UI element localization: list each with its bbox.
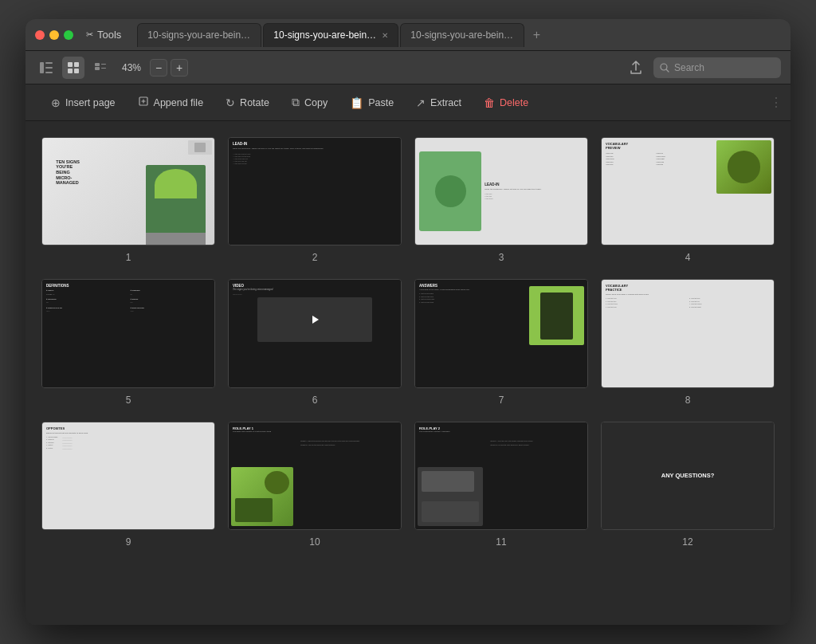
svg-rect-7	[74, 69, 79, 73]
page-thumb-5[interactable]: DEFINITIONS ● micro- manage (v.) ● autho…	[41, 279, 215, 387]
zoom-in-button[interactable]: +	[171, 59, 188, 77]
page-item-9[interactable]: OPPOSITES Below list words that are oppo…	[41, 422, 215, 548]
minimize-button[interactable]	[49, 30, 59, 40]
tab-3[interactable]: 10-signs-you-are-being-microm...	[400, 23, 524, 47]
page-num-11: 11	[496, 536, 506, 548]
extract-icon: ↗	[416, 96, 426, 109]
svg-point-12	[661, 64, 667, 70]
page-thumb-11[interactable]: ROLE-PLAY 2 The Controlling "Helpful" Co…	[414, 422, 588, 530]
page-item-5[interactable]: DEFINITIONS ● micro- manage (v.) ● autho…	[41, 279, 215, 405]
tab-1[interactable]: 10-signs-you-are-being-microm...	[137, 23, 261, 47]
copy-button[interactable]: ⧉ Copy	[282, 91, 337, 114]
sidebar-toggle-button[interactable]	[35, 57, 57, 79]
page-thumb-2[interactable]: LEAD-IN Read the sentences. Figure out w…	[228, 137, 402, 245]
zoom-control: 43% − +	[116, 59, 188, 77]
svg-rect-5	[74, 62, 79, 67]
page-grid-container: TEN SIGNSYOU'REBEINGMICRO-MANAGED	[26, 121, 790, 625]
page-thumb-8[interactable]: VOCABULARYPRACTICE Which word from page …	[601, 279, 775, 387]
page-num-1: 1	[126, 252, 131, 263]
insert-page-icon: ⊕	[51, 96, 61, 109]
page-num-9: 9	[126, 536, 131, 548]
page-num-3: 3	[499, 252, 504, 263]
copy-icon: ⧉	[292, 96, 300, 109]
maximize-button[interactable]	[64, 30, 73, 40]
page-item-12[interactable]: ANY QUESTIONS? 12	[601, 422, 775, 548]
page-thumb-1[interactable]: TEN SIGNSYOU'REBEINGMICRO-MANAGED	[41, 137, 215, 245]
page-item-7[interactable]: ANSWERS According to the video, a microm…	[414, 279, 588, 405]
page-num-6: 6	[312, 395, 318, 406]
insert-page-button[interactable]: ⊕ Insert page	[41, 92, 125, 114]
svg-rect-6	[68, 69, 73, 73]
page-num-5: 5	[126, 395, 131, 406]
svg-rect-1	[45, 62, 53, 64]
svg-rect-3	[45, 72, 53, 73]
page-thumb-9[interactable]: OPPOSITES Below list words that are oppo…	[41, 422, 215, 530]
rotate-icon: ↻	[226, 96, 235, 109]
grid-view-button[interactable]	[62, 57, 84, 79]
toolbar: 43% − +	[26, 51, 790, 84]
traffic-lights	[35, 30, 73, 40]
page-item-6[interactable]: VIDEO Ten signs you're being micromanage…	[228, 279, 402, 405]
page-item-1[interactable]: TEN SIGNSYOU'REBEINGMICRO-MANAGED	[41, 137, 215, 263]
page-thumb-12[interactable]: ANY QUESTIONS?	[601, 422, 775, 530]
page-item-8[interactable]: VOCABULARYPRACTICE Which word from page …	[601, 279, 775, 405]
page-num-4: 4	[685, 252, 691, 263]
rotate-button[interactable]: ↻ Rotate	[216, 92, 279, 114]
append-file-icon	[138, 96, 149, 109]
main-window: ✂ Tools 10-signs-you-are-being-microm...…	[26, 19, 790, 625]
page-num-2: 2	[312, 252, 318, 263]
svg-rect-8	[95, 63, 100, 66]
paste-button[interactable]: 📋 Paste	[340, 92, 403, 114]
tabs-container: 10-signs-you-are-being-microm... 10-sign…	[137, 23, 781, 47]
toolbar-left: 43% − +	[35, 57, 188, 79]
page-grid: TEN SIGNSYOU'REBEINGMICRO-MANAGED	[41, 137, 775, 548]
tools-label: ✂ Tools	[86, 29, 121, 41]
page-num-7: 7	[499, 395, 504, 406]
close-button[interactable]	[35, 30, 45, 40]
search-icon	[660, 63, 669, 73]
page-item-10[interactable]: ROLE-PLAY 1 The Boss Who Wants to Contro…	[228, 422, 402, 548]
page-num-12: 12	[682, 536, 692, 548]
svg-rect-4	[68, 62, 73, 67]
page-thumb-6[interactable]: VIDEO Ten signs you're being micromanage…	[228, 279, 402, 387]
page-item-11[interactable]: ROLE-PLAY 2 The Controlling "Helpful" Co…	[414, 422, 588, 548]
delete-button[interactable]: 🗑 Delete	[474, 92, 538, 114]
page-item-4[interactable]: VOCABULARYPREVIEW • word one• word two• …	[601, 137, 775, 263]
page-num-8: 8	[685, 395, 691, 406]
zoom-out-button[interactable]: −	[150, 59, 167, 77]
close-tab-icon[interactable]: ✕	[382, 31, 388, 40]
svg-line-13	[667, 69, 669, 72]
page-thumb-4[interactable]: VOCABULARYPREVIEW • word one• word two• …	[601, 137, 775, 245]
page-thumb-10[interactable]: ROLE-PLAY 1 The Boss Who Wants to Contro…	[228, 422, 402, 530]
page-item-3[interactable]: LEAD-IN Read the sentences. Figure out w…	[414, 137, 588, 263]
page-thumb-3[interactable]: LEAD-IN Read the sentences. Figure out w…	[414, 137, 588, 245]
svg-rect-9	[101, 64, 106, 65]
zoom-level: 43%	[116, 62, 147, 73]
share-button[interactable]	[625, 57, 647, 79]
page-num-10: 10	[309, 536, 320, 548]
svg-rect-0	[40, 62, 44, 73]
search-box	[653, 57, 781, 78]
paste-icon: 📋	[350, 96, 363, 109]
search-input[interactable]	[674, 62, 770, 73]
tab-2[interactable]: 10-signs-you-are-being-micro... ✕	[263, 23, 398, 47]
delete-icon: 🗑	[484, 96, 495, 109]
page-thumb-7[interactable]: ANSWERS According to the video, a microm…	[414, 279, 588, 387]
page-item-2[interactable]: LEAD-IN Read the sentences. Figure out w…	[228, 137, 402, 263]
action-toolbar: ⊕ Insert page Append file ↻ Rotate ⧉ Cop…	[26, 84, 790, 121]
svg-rect-10	[95, 67, 100, 70]
add-tab-button[interactable]: +	[526, 25, 547, 45]
extract-button[interactable]: ↗ Extract	[406, 92, 471, 114]
svg-rect-11	[101, 68, 106, 69]
append-file-button[interactable]: Append file	[128, 91, 214, 114]
titlebar: ✂ Tools 10-signs-you-are-being-microm...…	[26, 19, 790, 51]
list-view-button[interactable]	[89, 57, 112, 79]
svg-rect-2	[45, 67, 53, 69]
